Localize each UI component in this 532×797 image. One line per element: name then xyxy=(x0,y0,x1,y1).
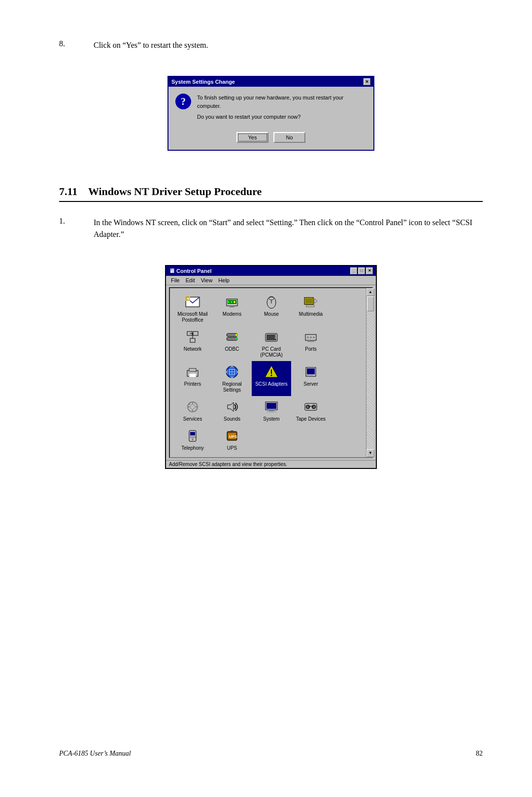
regional-settings-icon xyxy=(224,364,240,380)
telephony-label: Telephony xyxy=(181,445,204,451)
icon-ports[interactable]: Ports xyxy=(291,326,331,361)
svg-rect-19 xyxy=(193,332,198,335)
page-footer: PCA-6185 User’s Manual 82 xyxy=(59,735,483,758)
icon-scsi-adapters[interactable]: SCSI Adapters xyxy=(252,361,291,396)
svg-point-8 xyxy=(231,301,233,303)
svg-marker-16 xyxy=(314,299,317,303)
dialog-close-button[interactable]: ✕ xyxy=(364,78,370,85)
yes-button[interactable]: Yes xyxy=(236,132,268,143)
svg-rect-50 xyxy=(307,368,315,374)
svg-rect-17 xyxy=(306,305,314,307)
svg-rect-29 xyxy=(275,335,277,336)
menu-help[interactable]: Help xyxy=(215,277,233,284)
icon-grid: M Microsoft MailPostoffice xyxy=(173,291,362,454)
icon-telephony[interactable]: Telephony xyxy=(173,425,212,454)
server-icon xyxy=(303,364,319,380)
icon-regional-settings[interactable]: RegionalSettings xyxy=(212,361,252,396)
icon-sounds[interactable]: Sounds xyxy=(212,396,252,425)
scroll-up-button[interactable]: ▲ xyxy=(366,288,374,296)
scrollbar[interactable]: ▲ ▼ xyxy=(366,288,374,457)
control-panel-container: 🖥 Control Panel _ □ ✕ File Edit View Hel… xyxy=(59,265,483,469)
icon-mouse[interactable]: Mouse xyxy=(252,291,291,326)
svg-rect-73 xyxy=(190,436,192,438)
multimedia-icon xyxy=(303,294,319,310)
maximize-button[interactable]: □ xyxy=(358,267,365,274)
regional-settings-label: RegionalSettings xyxy=(222,381,241,393)
icon-microsoft-mail[interactable]: M Microsoft MailPostoffice xyxy=(173,291,212,326)
icon-ups[interactable]: UPS UPS xyxy=(212,425,252,454)
svg-rect-51 xyxy=(307,375,309,376)
icon-pccard[interactable]: PC Card(PCMCIA) xyxy=(252,326,291,361)
icon-server[interactable]: Server xyxy=(291,361,331,396)
odbc-label: ODBC xyxy=(225,346,239,352)
svg-rect-38 xyxy=(189,373,196,377)
printers-label: Printers xyxy=(184,381,201,387)
svg-rect-15 xyxy=(305,299,312,303)
system-icon xyxy=(264,399,279,415)
microsoft-mail-label: Microsoft MailPostoffice xyxy=(177,311,208,323)
scsi-adapters-icon xyxy=(264,364,279,380)
menu-file[interactable]: File xyxy=(168,277,183,284)
section-title: Windows NT Driver Setup Procedure xyxy=(88,185,262,198)
menu-view[interactable]: View xyxy=(198,277,216,284)
dialog-body: ? To finish setting up your new hardware… xyxy=(168,87,373,128)
dialog-titlebar: System Settings Change ✕ xyxy=(168,77,373,87)
svg-text:M: M xyxy=(187,297,190,300)
footer-page: 82 xyxy=(476,750,483,758)
minimize-button[interactable]: _ xyxy=(350,267,357,274)
titlebar-buttons: _ □ ✕ xyxy=(350,267,373,274)
svg-rect-37 xyxy=(189,368,196,371)
section-heading: 7.11 Windows NT Driver Setup Procedure xyxy=(59,185,483,202)
svg-point-7 xyxy=(228,301,230,303)
menubar: File Edit View Help xyxy=(166,276,376,285)
modems-label: Modems xyxy=(223,311,241,317)
ports-label: Ports xyxy=(305,346,316,352)
step-1-number: 1. xyxy=(59,217,79,240)
icon-tape-devices[interactable]: Tape Devices xyxy=(291,396,331,425)
svg-rect-62 xyxy=(266,403,276,409)
mouse-label: Mouse xyxy=(264,311,279,317)
icon-modems[interactable]: Modems xyxy=(212,291,252,326)
icon-services[interactable]: Services xyxy=(173,396,212,425)
icon-multimedia[interactable]: Multimedia xyxy=(291,291,331,326)
svg-rect-78 xyxy=(231,431,233,432)
step-8: 8. Click on “Yes” to restart the system. xyxy=(59,39,483,51)
svg-rect-30 xyxy=(275,337,277,338)
dialog-message-line2: Do you want to restart your computer now… xyxy=(197,113,366,121)
ports-icon xyxy=(303,329,319,345)
content-area: M Microsoft MailPostoffice xyxy=(167,287,375,458)
control-panel-title: 🖥 Control Panel xyxy=(169,267,212,274)
network-label: Network xyxy=(184,346,202,352)
svg-rect-71 xyxy=(190,432,195,435)
services-label: Services xyxy=(183,416,202,422)
svg-rect-63 xyxy=(269,410,274,411)
svg-point-32 xyxy=(307,336,309,338)
scroll-thumb[interactable] xyxy=(367,297,374,311)
menu-edit[interactable]: Edit xyxy=(183,277,198,284)
system-label: System xyxy=(263,416,279,422)
svg-rect-10 xyxy=(230,306,234,307)
icon-system[interactable]: System xyxy=(252,396,291,425)
mouse-icon xyxy=(264,294,279,310)
scroll-down-button[interactable]: ▼ xyxy=(366,449,374,457)
icon-odbc[interactable]: ODBC xyxy=(212,326,252,361)
dialog-message-line1: To finish setting up your new hardware, … xyxy=(197,94,366,110)
pccard-label: PC Card(PCMCIA) xyxy=(260,346,283,358)
scsi-adapters-label: SCSI Adapters xyxy=(255,381,288,387)
icon-printers[interactable]: Printers xyxy=(173,361,212,396)
statusbar: Add/Remove SCSI adapters and view their … xyxy=(166,460,376,468)
svg-point-13 xyxy=(269,297,274,300)
svg-rect-64 xyxy=(267,411,276,412)
footer-title: PCA-6185 User’s Manual xyxy=(59,750,131,758)
svg-text:UPS: UPS xyxy=(229,434,237,439)
tape-devices-label: Tape Devices xyxy=(296,416,326,422)
odbc-icon xyxy=(224,329,240,345)
no-button[interactable]: No xyxy=(273,132,305,143)
modems-icon xyxy=(224,294,240,310)
close-button[interactable]: ✕ xyxy=(366,267,373,274)
section-number: 7.11 xyxy=(59,185,77,198)
dialog-message: To finish setting up your new hardware, … xyxy=(197,94,366,121)
icon-network[interactable]: Network xyxy=(173,326,212,361)
sounds-label: Sounds xyxy=(224,416,240,422)
step-1: 1. In the Windows NT screen, click on “S… xyxy=(59,217,483,240)
